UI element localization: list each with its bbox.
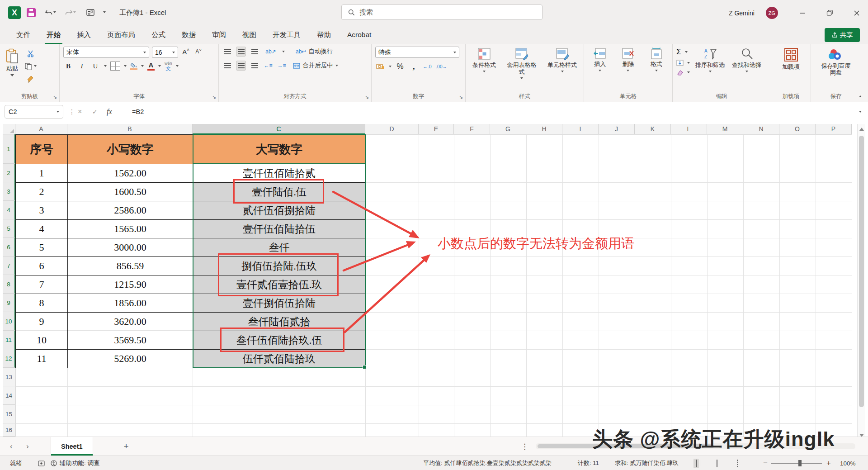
column-header-P[interactable]: P xyxy=(816,124,852,134)
cell-C12[interactable]: 伍仟贰佰陆拾玖 xyxy=(193,350,366,368)
font-size-combobox[interactable]: 16 xyxy=(152,47,178,58)
row-header-15[interactable]: 15 xyxy=(3,405,15,423)
redo-menu-chevron-icon[interactable] xyxy=(73,11,76,13)
cell-B5[interactable]: 1565.00 xyxy=(68,220,193,238)
merge-center-button[interactable]: 合并后居中 xyxy=(293,62,338,70)
column-header-I[interactable]: I xyxy=(562,124,599,134)
borders-button[interactable] xyxy=(110,62,120,71)
cell-A11[interactable]: 10 xyxy=(16,331,68,350)
underline-chevron-icon[interactable] xyxy=(104,65,107,67)
row-header-6[interactable]: 6 xyxy=(3,238,15,256)
cell-C4[interactable]: 贰仟伍佰捌拾陆 xyxy=(193,201,366,220)
cell-C11[interactable]: 叁仟伍佰陆拾玖.伍 xyxy=(193,331,366,350)
sheet-options-kebab-icon[interactable]: ⋮ xyxy=(521,437,528,456)
find-select-button[interactable]: 查找和选择 xyxy=(730,47,763,92)
row-header-13[interactable]: 13 xyxy=(3,368,15,386)
row-header-9[interactable]: 9 xyxy=(3,294,15,312)
ribbon-tab-页面布局[interactable]: 页面布局 xyxy=(101,27,142,43)
zoom-out-button[interactable]: − xyxy=(763,456,768,470)
cell-A9[interactable]: 8 xyxy=(16,294,68,313)
cell-B10[interactable]: 3620.00 xyxy=(68,313,193,331)
avatar[interactable]: ZG xyxy=(766,7,778,19)
view-normal-button[interactable] xyxy=(693,456,699,470)
clear-button[interactable] xyxy=(676,69,690,76)
increase-indent-button[interactable]: →≡ xyxy=(277,61,287,71)
number-format-combobox[interactable]: 特殊 xyxy=(375,47,459,58)
search-box[interactable]: 搜索 xyxy=(341,5,542,20)
align-right-button[interactable] xyxy=(250,61,259,71)
row-header-10[interactable]: 10 xyxy=(3,312,15,331)
clipboard-dialog-launcher[interactable]: ↘ xyxy=(53,94,57,100)
cut-button[interactable] xyxy=(24,48,37,58)
increase-font-button[interactable]: A˄ xyxy=(181,47,191,57)
cell-B3[interactable]: 1600.50 xyxy=(68,183,193,201)
copy-button[interactable] xyxy=(24,61,37,71)
status-count[interactable]: 计数: 11 xyxy=(578,456,599,470)
minimize-button[interactable] xyxy=(792,0,813,26)
restore-button[interactable] xyxy=(819,0,840,26)
fill-handle[interactable] xyxy=(363,365,367,369)
cell-A2[interactable]: 1 xyxy=(16,164,68,183)
row-header-1[interactable]: 1 xyxy=(3,134,15,164)
view-page-layout-button[interactable] xyxy=(714,456,720,470)
ribbon-tab-Acrobat[interactable]: Acrobat xyxy=(341,27,377,43)
cell-A12[interactable]: 11 xyxy=(16,350,68,368)
row-header-16[interactable]: 16 xyxy=(3,423,15,437)
fill-color-button[interactable] xyxy=(130,62,137,70)
formula-bar-expand-icon[interactable] xyxy=(859,111,862,113)
cell-A6[interactable]: 5 xyxy=(16,238,68,257)
phonetic-chevron-icon[interactable] xyxy=(176,65,179,67)
autosum-button[interactable]: Σ xyxy=(676,47,690,57)
delete-cells-button[interactable]: 删除 xyxy=(620,47,636,92)
ribbon-tab-公式[interactable]: 公式 xyxy=(145,27,172,43)
column-header-F[interactable]: F xyxy=(454,124,490,134)
ribbon-tab-插入[interactable]: 插入 xyxy=(71,27,97,43)
ribbon-tab-视图[interactable]: 视图 xyxy=(236,27,263,43)
column-header-K[interactable]: K xyxy=(635,124,671,134)
column-header-M[interactable]: M xyxy=(707,124,743,134)
row-header-2[interactable]: 2 xyxy=(3,164,15,182)
qat-customize-chevron-icon[interactable] xyxy=(103,11,106,13)
cell-B11[interactable]: 3569.50 xyxy=(68,331,193,350)
vertical-scrollbar-thumb[interactable] xyxy=(859,136,864,407)
cell-A10[interactable]: 9 xyxy=(16,313,68,331)
ribbon-tab-审阅[interactable]: 审阅 xyxy=(206,27,232,43)
cell-C5[interactable]: 壹仟伍佰陆拾伍 xyxy=(193,220,366,238)
wrap-text-button[interactable]: ab↩ 自动换行 xyxy=(296,47,333,56)
column-header-O[interactable]: O xyxy=(779,124,816,134)
save-to-baidu-button[interactable]: 保存到百度网盘 xyxy=(817,47,855,92)
row-header-4[interactable]: 4 xyxy=(3,201,15,219)
column-header-B[interactable]: B xyxy=(67,124,193,134)
decrease-indent-button[interactable]: ←≡ xyxy=(263,61,273,71)
ribbon-tab-开始[interactable]: 开始 xyxy=(40,27,67,43)
column-header-J[interactable]: J xyxy=(599,124,635,134)
column-header-A[interactable]: A xyxy=(15,124,67,134)
undo-menu-chevron-icon[interactable] xyxy=(53,11,56,13)
fill-button[interactable] xyxy=(676,60,690,66)
row-header-14[interactable]: 14 xyxy=(3,386,15,405)
zoom-slider-thumb[interactable] xyxy=(798,460,802,466)
confirm-entry-icon[interactable]: ✓ xyxy=(92,108,98,115)
share-button[interactable]: 共享 xyxy=(825,28,860,42)
conditional-formatting-button[interactable]: 条件格式 xyxy=(471,47,498,92)
paste-button[interactable]: 粘贴 xyxy=(4,47,21,92)
cancel-entry-icon[interactable]: × xyxy=(78,108,82,116)
excel-logo-icon[interactable]: X xyxy=(8,6,21,19)
format-cells-button[interactable]: 格式 xyxy=(648,47,665,92)
bold-button[interactable]: B xyxy=(63,61,73,71)
cell-C7[interactable]: 捌佰伍拾陆.伍玖 xyxy=(193,257,366,275)
touch-mouse-mode-button[interactable] xyxy=(85,7,96,18)
column-header-L[interactable]: L xyxy=(671,124,707,134)
font-dialog-launcher[interactable]: ↘ xyxy=(212,94,216,100)
cell-B4[interactable]: 2586.00 xyxy=(68,201,193,220)
column-header-N[interactable]: N xyxy=(743,124,779,134)
column-header-C[interactable]: C xyxy=(193,124,365,134)
fill-chevron-icon[interactable] xyxy=(141,65,144,67)
align-top-button[interactable] xyxy=(222,47,232,57)
collapse-ribbon-chevron-icon[interactable] xyxy=(859,91,862,99)
user-name[interactable]: Z Gemini xyxy=(729,0,755,26)
cell-C2[interactable]: 壹仟伍佰陆拾贰 xyxy=(193,164,366,183)
insert-function-icon[interactable]: fx xyxy=(107,108,112,116)
cell-A8[interactable]: 7 xyxy=(16,275,68,294)
cell-A7[interactable]: 6 xyxy=(16,257,68,275)
